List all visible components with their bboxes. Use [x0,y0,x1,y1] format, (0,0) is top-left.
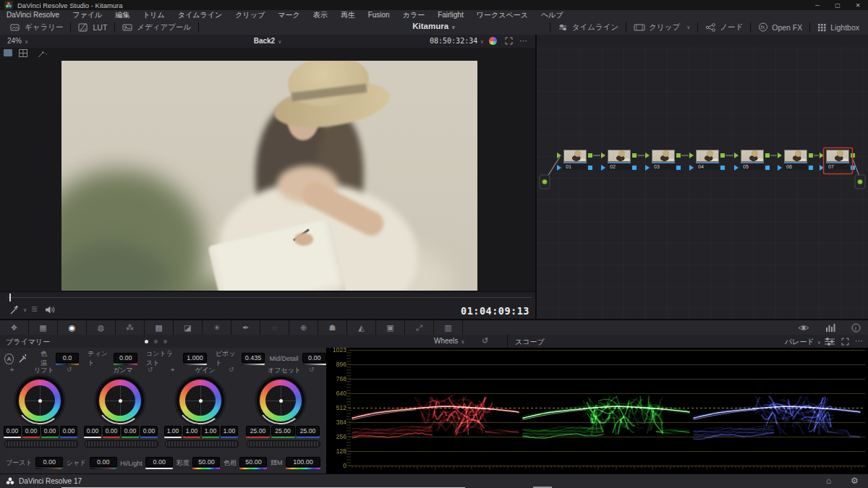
curves-icon[interactable]: ◪ [174,320,203,335]
lum-mix-field[interactable]: 100.00 [286,457,320,469]
color-match-icon[interactable]: ▦ [29,320,58,335]
qualifier-icon[interactable]: ✒ [231,320,260,335]
offset-master-wheel[interactable] [247,440,320,448]
panel-divider[interactable] [535,35,537,319]
saturation-field[interactable]: 50.00 [192,457,220,469]
tint-field[interactable]: 0.00 [114,353,137,365]
gamma-red-field[interactable]: 0.00 [103,426,120,438]
menu-fusion[interactable]: Fusion [362,11,396,19]
offset-green-field[interactable]: 25.00 [271,426,295,438]
reset-lift-icon[interactable]: ↺ [67,366,72,373]
corrector-node-07-selected[interactable]: 07 [826,150,849,170]
gain-blue-field[interactable]: 1.00 [221,426,238,438]
video-frame[interactable] [61,61,477,291]
contrast-field[interactable]: 1.000 [183,353,207,365]
magic-mask-icon[interactable]: ☗ [318,320,347,335]
audio-mute-icon[interactable] [45,305,56,314]
hue-field[interactable]: 50.00 [239,457,267,469]
expand-scope-icon[interactable] [841,338,849,346]
nodes-panel-button[interactable]: ノード [698,20,750,35]
gain-master-wheel[interactable] [165,440,239,448]
gamma-master-field[interactable]: 0.00 [84,426,101,438]
corrector-node-04[interactable]: 04 [696,150,719,170]
blur-icon[interactable]: ◭ [347,320,376,335]
corrector-node-05[interactable]: 05 [741,150,764,170]
openfx-panel-button[interactable]: fx Open FX [751,20,809,35]
corrector-node-03[interactable]: 03 [652,150,675,170]
home-icon[interactable]: ⌂ [826,476,831,486]
highlight-icon[interactable] [38,51,48,59]
menu-view[interactable]: 表示 [307,10,334,20]
menu-playback[interactable]: 再生 [334,10,362,20]
gamma-master-wheel[interactable] [85,440,158,448]
node-graph[interactable]: 01 02 03 04 05 06 07 [537,48,868,320]
menu-clip[interactable]: クリップ [229,10,271,20]
stereo-3d-icon[interactable]: ▥ [434,320,463,335]
offset-blue-field[interactable]: 25.00 [296,426,320,438]
shadow-field[interactable]: 0.00 [90,457,117,469]
color-wheels-icon[interactable]: ◉ [58,320,87,335]
info-icon[interactable]: i [851,323,861,333]
image-wipe-icon[interactable] [4,49,12,56]
palette-page-dot[interactable] [163,340,167,343]
lift-master-wheel[interactable] [4,440,78,448]
lift-master-field[interactable]: 0.00 [4,426,21,438]
temp-field[interactable]: 0.0 [56,353,80,365]
gamma-green-field[interactable]: 0.00 [122,426,139,438]
menu-mark[interactable]: マーク [271,10,306,20]
offset-red-field[interactable]: 25.00 [246,426,270,438]
expand-viewer-icon[interactable] [505,37,513,45]
menu-fairlight[interactable]: Fairlight [431,11,470,19]
lift-green-field[interactable]: 0.00 [41,426,59,438]
scope-mode-select[interactable]: パレード∨ [785,337,821,347]
timeline-panel-button[interactable]: タイムライン [550,20,626,35]
reset-gamma-icon[interactable]: ↺ [148,366,153,373]
key-icon[interactable]: ▣ [376,320,405,335]
hilight-field[interactable]: 0.00 [145,457,173,469]
menu-timeline[interactable]: タイムライン [171,10,229,20]
menu-trim[interactable]: トリム [136,10,171,20]
viewer-scrub-bar[interactable] [0,291,535,303]
minimize-button[interactable]: ─ [807,2,827,9]
gain-target-icon[interactable]: ⌖ [171,366,174,374]
palette-page-dot[interactable] [154,340,158,343]
menu-color[interactable]: カラー [396,10,431,20]
lift-blue-field[interactable]: 0.00 [60,426,77,438]
scopes-icon[interactable] [825,323,835,332]
gain-red-field[interactable]: 1.00 [183,426,200,438]
eyedropper-icon[interactable] [9,305,19,315]
clip-panel-button[interactable]: クリップ ∨ [626,20,697,35]
lift-red-field[interactable]: 0.00 [22,426,40,438]
boost-field[interactable]: 0.00 [35,457,63,469]
palette-page-dot[interactable] [145,340,148,343]
menu-workspace[interactable]: ワークスペース [470,10,535,20]
pivot-field[interactable]: 0.435 [242,353,265,365]
lightbox-panel-button[interactable]: Lightbox [810,20,867,35]
gain-green-field[interactable]: 1.00 [202,426,219,438]
close-button[interactable]: ✕ [848,2,868,9]
color-warper-icon[interactable]: ✳ [203,320,231,335]
gamma-color-wheel[interactable] [96,377,144,424]
lift-color-wheel[interactable] [16,377,64,424]
settings-gear-icon[interactable]: ⚙ [851,476,859,486]
sizing-icon[interactable]: ⤢ [405,320,434,335]
corrector-node-02[interactable]: 02 [608,150,631,170]
eye-icon[interactable] [798,324,809,332]
reset-offset-icon[interactable]: ↺ [309,366,315,373]
reset-palette-icon[interactable]: ↺ [482,336,488,346]
gain-master-field[interactable]: 1.00 [164,426,182,438]
offset-color-wheel[interactable] [257,377,305,424]
white-balance-picker-icon[interactable] [18,354,26,364]
motion-effects-icon[interactable]: ▩ [145,320,174,335]
playhead[interactable] [9,294,11,301]
menu-file[interactable]: ファイル [66,10,109,20]
menu-edit[interactable]: 編集 [109,10,136,20]
reset-gain-icon[interactable]: ↺ [229,366,234,373]
viewer-timecode[interactable]: 08:50:32:34∨ [430,37,483,45]
scope-options-menu[interactable]: ⋯ [855,336,864,346]
color-viewer-mode-icon[interactable] [489,37,497,45]
menu-help[interactable]: ヘルプ [535,10,570,20]
auto-balance-button[interactable]: A [4,354,14,364]
gain-color-wheel[interactable] [176,377,224,424]
power-window-icon[interactable]: ◌ [260,320,289,335]
